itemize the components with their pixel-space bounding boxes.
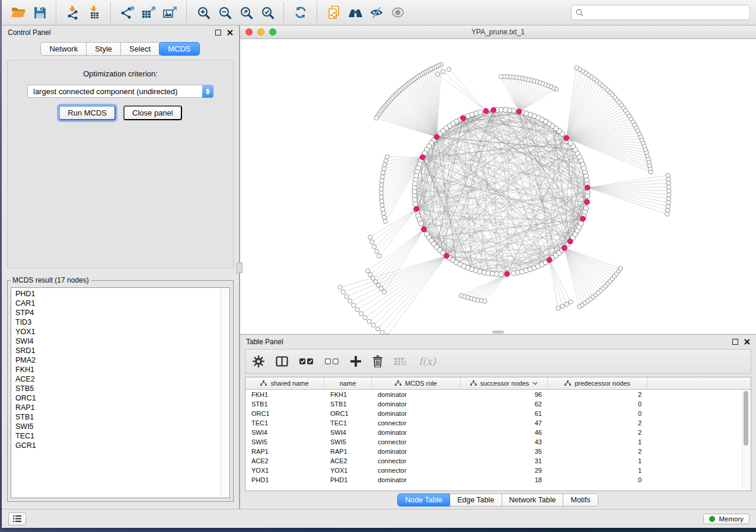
search-field[interactable] [571,5,750,20]
mcds-result-item[interactable]: SWI4 [15,336,220,346]
table-cell: ACE2 [324,457,372,464]
float-table-panel-icon[interactable] [732,339,738,345]
table-cell: YOX1 [245,467,324,474]
create-column-button[interactable] [350,356,361,367]
search-input[interactable] [587,8,745,17]
search-windows-button[interactable] [344,2,366,23]
save-session-button[interactable] [29,2,50,23]
show-panel-button[interactable] [387,2,409,23]
zoom-in-button[interactable] [193,2,214,23]
hide-panel-button[interactable] [366,2,387,23]
mcds-result-item[interactable]: PHD1 [15,289,220,299]
delete-column-button[interactable] [372,355,383,367]
copy-network-button[interactable] [323,2,344,23]
tab-node-table[interactable]: Node Table [397,493,450,507]
mcds-result-item[interactable]: STP4 [15,308,220,318]
export-image-icon [162,5,178,20]
table-row[interactable]: RAP1RAP1dominator352 [245,447,751,456]
hierarchy-icon [470,380,477,386]
close-panel-button[interactable]: Close panel [123,105,182,120]
import-table-icon [87,5,101,20]
import-network-button[interactable] [62,2,84,23]
table-vscrollbar[interactable] [742,390,750,490]
tab-mcds[interactable]: MCDS [159,42,199,56]
maximize-window-icon[interactable] [269,28,276,36]
table-row[interactable]: SWI5SWI5connector431 [245,437,751,447]
mcds-result-item[interactable]: ORC1 [15,393,220,403]
column-header-MCDS-role[interactable]: MCDS role [372,377,461,389]
table-cell: 47 [461,419,548,427]
zoom-out-button[interactable] [214,2,235,23]
import-table-button[interactable] [84,2,105,23]
memory-button[interactable]: Memory [703,514,749,524]
tab-select[interactable]: Select [120,42,160,56]
tab-edge-table[interactable]: Edge Table [449,493,502,507]
table-row[interactable]: ORC1ORC1dominator610 [245,409,751,418]
tab-network[interactable]: Network [40,42,87,56]
network-hscroll-thumb[interactable] [492,331,504,334]
table-cell: connector [372,419,461,427]
table-row[interactable]: PHD1PHD1dominator180 [245,475,751,485]
table-row[interactable]: ACE2ACE2connector311 [245,456,751,466]
close-table-panel-icon[interactable] [744,339,750,345]
column-header-shared-name[interactable]: shared name [245,377,324,389]
zoom-fit-button[interactable] [235,2,257,23]
mcds-result-item[interactable]: TEC1 [15,431,220,441]
export-network-button[interactable] [117,2,138,23]
network-window-titlebar[interactable]: YPA_prune.txt_1 [240,25,756,39]
mcds-result-item[interactable]: TID3 [15,318,220,327]
export-table-button[interactable] [138,2,160,23]
tab-style[interactable]: Style [86,42,121,56]
mcds-result-item[interactable]: YOX1 [15,327,220,336]
export-image-button[interactable] [160,2,181,23]
minimize-window-icon[interactable] [257,28,264,36]
table-cell: STB1 [245,400,324,408]
table-row[interactable]: FKH1FKH1dominator962 [245,390,751,399]
float-panel-icon[interactable] [215,30,221,36]
control-panel-title: Control Panel [8,28,209,37]
toolbar-separator [110,2,111,23]
splitter-handle[interactable] [237,262,243,273]
mcds-result-item[interactable]: STB5 [15,384,220,393]
table-row[interactable]: YOX1YOX1connector291 [245,466,751,475]
show-columns-button[interactable] [276,356,288,367]
tab-motifs[interactable]: Motifs [563,493,598,507]
table-tabs: Node TableEdge TableNetwork TableMotifs [240,491,756,509]
zoom-selected-icon [261,6,275,20]
mcds-result-item[interactable]: PMA2 [15,355,220,365]
open-session-button[interactable] [8,2,29,23]
optimization-criterion-select[interactable]: largest connected component (undirected) [27,85,213,98]
table-row[interactable]: SWI4SWI4dominator462 [245,428,751,437]
show-panels-button[interactable] [8,512,26,525]
table-cell: STB1 [324,400,372,408]
select-all-columns-button[interactable] [299,358,314,365]
column-header-name[interactable]: name [324,377,372,389]
network-canvas[interactable] [240,39,756,334]
mcds-result-item[interactable]: CAR1 [15,299,220,308]
open-folder-icon [11,6,26,19]
mcds-result-item[interactable]: STB1 [15,412,220,422]
table-settings-button[interactable] [253,355,264,367]
table-row[interactable]: STB1STB1dominator620 [245,399,751,409]
table-vscroll-thumb[interactable] [744,391,748,446]
tab-network-table[interactable]: Network Table [502,493,564,507]
mcds-list-scrollbar[interactable] [221,288,229,498]
mcds-result-item[interactable]: SRD1 [15,346,220,355]
table-row[interactable]: TEC1TEC1connector472 [245,418,751,428]
close-window-icon[interactable] [245,28,253,36]
unselect-all-columns-button[interactable] [325,358,339,365]
run-mcds-button[interactable]: Run MCDS [59,105,116,120]
mcds-result-item[interactable]: ACE2 [15,374,220,384]
mcds-result-list[interactable]: PHD1CAR1STP4TID3YOX1SWI4SRD1PMA2FKH1ACE2… [11,287,230,498]
select-stepper-icon [202,85,213,98]
sort-chevron-icon [532,382,538,385]
mcds-result-item[interactable]: RAP1 [15,403,220,412]
close-panel-icon[interactable] [227,30,233,36]
mcds-result-item[interactable]: SWI5 [15,422,220,431]
column-header-predecessor-nodes[interactable]: predecessor nodes [548,377,647,389]
zoom-selected-button[interactable] [257,2,278,23]
refresh-layout-button[interactable] [290,2,311,23]
mcds-result-item[interactable]: FKH1 [15,365,220,374]
column-header-successor-nodes[interactable]: successor nodes [461,377,548,389]
mcds-result-item[interactable]: GCR1 [15,441,220,450]
